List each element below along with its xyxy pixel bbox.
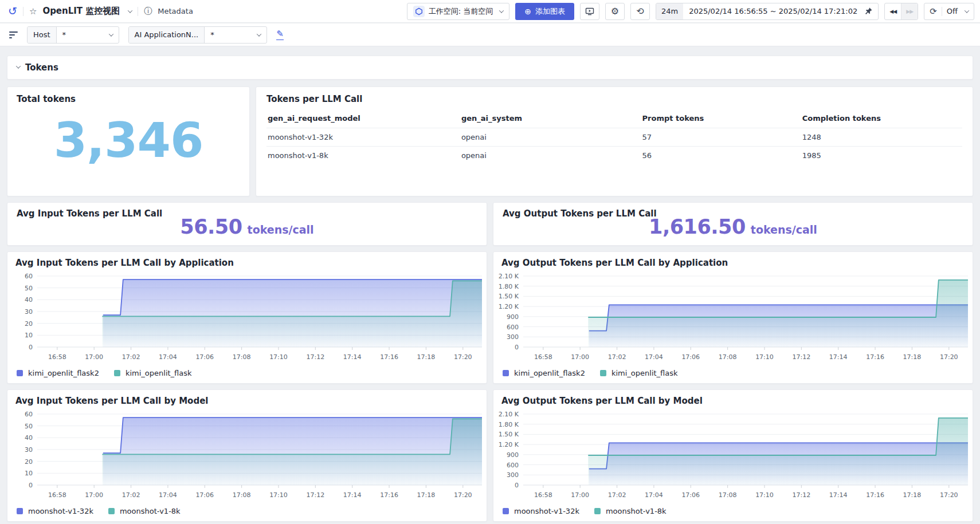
svg-text:40: 40 <box>25 434 33 442</box>
chart-legend: kimi_openlit_flask2kimi_openlit_flask <box>503 369 678 377</box>
legend-item[interactable]: kimi_openlit_flask2 <box>503 369 585 377</box>
svg-text:16:58: 16:58 <box>48 353 66 361</box>
metadata-label[interactable]: Metadata <box>158 7 193 15</box>
svg-text:17:18: 17:18 <box>417 491 436 499</box>
chevron-down-icon[interactable] <box>128 8 132 13</box>
gear-icon: ⚙ <box>611 6 619 17</box>
svg-text:16:58: 16:58 <box>534 353 552 361</box>
table-cell: 1248 <box>802 128 962 147</box>
refresh-icon[interactable]: ⟳ <box>930 6 937 17</box>
svg-text:0: 0 <box>29 482 33 489</box>
chart-input-by-application[interactable]: Avg Input Tokens per LLM Call by Applica… <box>7 251 487 384</box>
legend-item[interactable]: kimi_openlit_flask <box>114 369 192 377</box>
legend-label: moonshot-v1-8k <box>120 507 181 515</box>
section-title: Tokens <box>25 62 58 73</box>
svg-text:40: 40 <box>25 296 33 304</box>
time-shift-controls: ◀◀ ▶▶ <box>884 3 918 20</box>
legend-item[interactable]: moonshot-v1-8k <box>108 507 181 515</box>
tokens-section-header[interactable]: Tokens <box>7 56 973 80</box>
chevron-down-icon <box>499 8 504 13</box>
svg-text:17:20: 17:20 <box>940 491 958 499</box>
chart-input-by-model[interactable]: Avg Input Tokens per LLM Call by Model 0… <box>7 389 487 522</box>
duration-badge: 24m <box>656 3 683 19</box>
svg-text:17:20: 17:20 <box>454 491 472 499</box>
chart-output-by-model[interactable]: Avg Output Tokens per LLM Call by Model … <box>493 389 973 522</box>
workspace-selector[interactable]: 工作空间: 当前空间 <box>407 3 510 20</box>
svg-text:300: 300 <box>507 471 519 479</box>
column-header: gen_ai_system <box>461 109 642 128</box>
time-range-picker[interactable]: 24m 2025/02/14 16:56:55 ~ 2025/02/14 17:… <box>656 3 879 20</box>
legend-item[interactable]: moonshot-v1-32k <box>17 507 93 515</box>
svg-text:17:18: 17:18 <box>903 491 922 499</box>
host-filter-select[interactable]: * <box>57 30 119 39</box>
filter-icon[interactable] <box>9 31 18 38</box>
tokens-per-call-card[interactable]: Tokens per LLM Call gen_ai_request_model… <box>256 86 973 196</box>
column-header: Completion tokens <box>802 109 962 128</box>
svg-text:17:12: 17:12 <box>792 353 810 361</box>
edit-filters-button[interactable]: ✎ <box>276 29 284 40</box>
legend-swatch <box>594 508 601 514</box>
svg-text:10: 10 <box>25 332 33 339</box>
pin-button[interactable] <box>863 7 878 15</box>
svg-text:17:02: 17:02 <box>608 353 626 361</box>
divider <box>138 7 138 16</box>
shift-back-button[interactable]: ◀◀ <box>885 3 901 19</box>
total-tokens-card[interactable]: Total tokens 3,346 <box>7 86 250 196</box>
avg-input-tokens-card[interactable]: Avg Input Tokens per LLM Call 56.50token… <box>7 202 487 246</box>
svg-text:17:12: 17:12 <box>306 491 324 499</box>
legend-swatch <box>503 508 509 514</box>
svg-text:0: 0 <box>515 344 519 351</box>
tv-mode-button[interactable] <box>580 3 599 20</box>
svg-text:17:18: 17:18 <box>903 353 922 361</box>
svg-text:0: 0 <box>515 482 519 489</box>
legend-item[interactable]: moonshot-v1-8k <box>594 507 667 515</box>
svg-text:20: 20 <box>25 458 33 466</box>
table-cell: moonshot-v1-32k <box>266 128 461 147</box>
svg-text:2.10 K: 2.10 K <box>499 411 519 418</box>
svg-text:1.20 K: 1.20 K <box>499 303 519 310</box>
svg-text:17:12: 17:12 <box>792 491 810 499</box>
line-chart: 010203040506016:5817:0017:0217:0417:0617… <box>7 408 487 502</box>
auto-refresh-select[interactable]: Off <box>947 7 958 15</box>
legend-item[interactable]: moonshot-v1-32k <box>503 507 579 515</box>
settings-button[interactable]: ⚙ <box>605 3 625 20</box>
svg-text:600: 600 <box>507 324 519 331</box>
dashboard-content: Tokens Total tokens 3,346 Tokens per LLM… <box>0 46 980 524</box>
legend-item[interactable]: kimi_openlit_flask2 <box>17 369 99 377</box>
chart-legend: kimi_openlit_flask2kimi_openlit_flask <box>17 369 192 377</box>
table-row[interactable]: moonshot-v1-32kopenai571248 <box>266 128 962 147</box>
chart-title: Avg Output Tokens per LLM Call by Model <box>501 396 965 406</box>
svg-text:1.80 K: 1.80 K <box>499 421 519 428</box>
chart-output-by-application[interactable]: Avg Output Tokens per LLM Call by Applic… <box>493 251 973 384</box>
chevron-down-icon <box>257 31 261 36</box>
table-row[interactable]: moonshot-v1-8kopenai561985 <box>266 147 962 165</box>
add-chart-button[interactable]: ⊕ 添加图表 <box>515 3 574 20</box>
time-range-text: 2025/02/14 16:56:55 ~ 2025/02/14 17:21:0… <box>683 7 863 15</box>
legend-item[interactable]: kimi_openlit_flask <box>600 369 678 377</box>
svg-text:17:06: 17:06 <box>681 353 700 361</box>
svg-text:17:06: 17:06 <box>195 353 214 361</box>
avg-output-tokens-card[interactable]: Avg Output Tokens per LLM Call 1,616.50t… <box>493 202 973 246</box>
legend-label: kimi_openlit_flask <box>126 369 192 377</box>
svg-text:17:14: 17:14 <box>829 491 848 499</box>
svg-text:17:14: 17:14 <box>343 353 362 361</box>
stat-value: 1,616.50tokens/call <box>493 215 973 238</box>
divider <box>942 7 942 16</box>
legend-label: kimi_openlit_flask2 <box>514 369 585 377</box>
tokens-table-body: moonshot-v1-32kopenai571248moonshot-v1-8… <box>266 128 962 165</box>
top-bar-left: ↺ ☆ OpenLIT 监控视图 ⓘ Metadata <box>8 6 193 17</box>
app-name-filter-select[interactable]: * <box>205 30 266 39</box>
card-title: Tokens per LLM Call <box>266 94 962 104</box>
svg-text:17:02: 17:02 <box>122 491 140 499</box>
history-icon: ⟲ <box>636 6 644 17</box>
svg-text:17:06: 17:06 <box>681 491 700 499</box>
shift-forward-button[interactable]: ▶▶ <box>901 3 918 19</box>
svg-text:17:08: 17:08 <box>233 353 251 361</box>
star-icon[interactable]: ☆ <box>29 6 37 17</box>
svg-text:17:08: 17:08 <box>719 353 737 361</box>
pin-icon <box>864 7 873 15</box>
undo-icon[interactable]: ↺ <box>8 6 17 17</box>
svg-text:900: 900 <box>507 451 519 459</box>
history-button[interactable]: ⟲ <box>630 3 650 20</box>
info-icon[interactable]: ⓘ <box>144 6 152 17</box>
